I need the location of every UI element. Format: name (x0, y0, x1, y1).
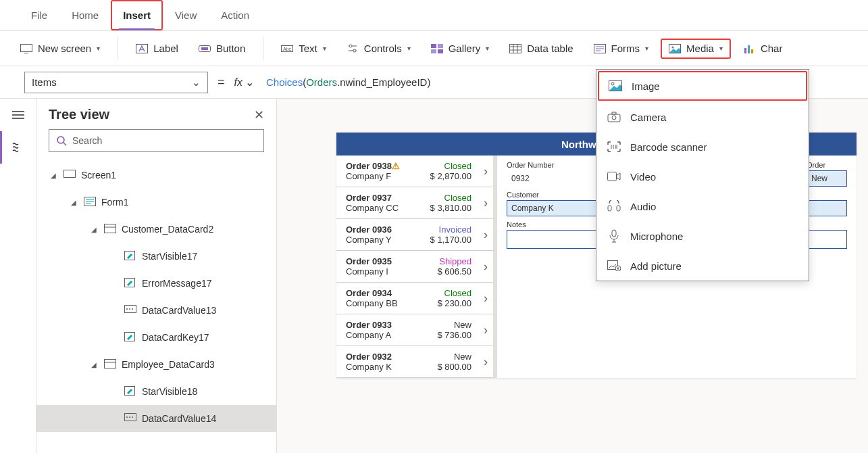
tree-node-label: ErrorMessage17 (142, 278, 212, 289)
new-screen-button[interactable]: New screen ▾ (12, 39, 108, 59)
tree-node-form1[interactable]: ◢Form1 (36, 189, 276, 216)
tree-node-employee_datacard3[interactable]: ◢Employee_DataCard3 (36, 351, 276, 378)
tree-node-errormessage17[interactable]: ErrorMessage17 (36, 270, 276, 297)
order-status-combo[interactable]: New (807, 170, 847, 187)
ribbon-separator (263, 37, 263, 60)
svg-line-33 (63, 143, 66, 145)
media-menu-microphone[interactable]: Microphone (596, 221, 809, 251)
media-menu-label: Audio (630, 201, 656, 212)
data-table-button[interactable]: Data table (501, 39, 581, 59)
svg-point-25 (672, 46, 674, 48)
tree-node-screen1[interactable]: ◢Screen1 (36, 162, 276, 189)
order-item[interactable]: Order 0935Company IShipped$ 606.50› (336, 251, 493, 283)
warning-icon: ⚠ (392, 161, 400, 171)
menu-file[interactable]: File (19, 0, 59, 30)
tree-node-customer_datacard2[interactable]: ◢Customer_DataCard2 (36, 216, 276, 243)
expand-icon[interactable]: ◢ (69, 199, 78, 206)
edit-icon (124, 332, 136, 343)
edit-icon (124, 278, 136, 289)
chart-icon (743, 43, 755, 55)
form-icon (84, 197, 96, 208)
tree-body: ◢Screen1◢Form1◢Customer_DataCard2StarVis… (36, 159, 276, 453)
tree-node-starvisible18[interactable]: StarVisible18 (36, 378, 276, 405)
edit-icon (124, 386, 136, 397)
expand-icon[interactable]: ◢ (49, 172, 58, 179)
button-button[interactable]: Button (190, 39, 253, 59)
media-menu-add-picture[interactable]: Add picture (596, 251, 809, 281)
order-status-label: Order (807, 161, 847, 169)
order-gallery[interactable]: Order 0938⚠Company FClosed$ 2,870.00›Ord… (336, 156, 493, 378)
edit-icon (124, 251, 136, 262)
chevron-right-icon: › (484, 228, 488, 242)
forms-icon (594, 43, 606, 55)
order-item[interactable]: Order 0938⚠Company FClosed$ 2,870.00› (336, 156, 493, 187)
fx-button[interactable]: fx⌄ (234, 76, 254, 89)
barcode-icon (607, 140, 621, 153)
controls-button[interactable]: Controls ▾ (338, 39, 419, 59)
svg-rect-66 (617, 206, 620, 211)
svg-rect-12 (438, 44, 443, 48)
svg-rect-39 (105, 224, 116, 233)
tree-node-datacardkey17[interactable]: DataCardKey17 (36, 324, 276, 351)
text-icon: Abc (281, 43, 293, 55)
menu-view[interactable]: View (163, 0, 209, 30)
tree-search[interactable]: Search (49, 129, 264, 152)
new-screen-label: New screen (38, 43, 91, 54)
order-item[interactable]: Order 0936Company YInvoiced$ 1,170.00› (336, 219, 493, 251)
svg-point-46 (132, 308, 133, 310)
input-icon (124, 305, 136, 316)
media-menu-image[interactable]: Image (598, 71, 807, 101)
svg-rect-11 (431, 44, 436, 48)
svg-point-44 (126, 308, 128, 310)
media-button[interactable]: Media ▾ (661, 39, 731, 59)
media-menu-label: Microphone (630, 231, 683, 242)
chevron-right-icon: › (484, 323, 488, 337)
order-item[interactable]: Order 0933Company ANew$ 736.00› (336, 314, 493, 346)
screen-icon (63, 170, 76, 181)
charts-button[interactable]: Char (735, 39, 791, 59)
menu-insert[interactable]: Insert (111, 0, 163, 30)
button-label: Button (216, 43, 245, 54)
card-icon (104, 359, 116, 370)
tree-node-datacardvalue14[interactable]: DataCardValue14 (36, 405, 276, 432)
svg-rect-14 (438, 49, 443, 53)
property-selector[interactable]: Items ⌄ (24, 72, 208, 93)
label-label: Label (153, 43, 178, 54)
forms-button[interactable]: Forms ▾ (586, 39, 657, 59)
svg-rect-65 (608, 206, 611, 211)
text-button[interactable]: Abc Text ▾ (273, 39, 334, 59)
svg-rect-13 (431, 49, 436, 53)
media-menu-video[interactable]: Video (596, 162, 809, 191)
svg-point-56 (611, 82, 614, 85)
media-menu-label: Video (630, 171, 656, 183)
order-item[interactable]: Order 0932Company KNew$ 800.00› (336, 346, 493, 378)
gallery-button[interactable]: Gallery ▾ (423, 39, 498, 59)
menu-home[interactable]: Home (59, 0, 111, 30)
media-menu-audio[interactable]: Audio (596, 191, 809, 221)
tree-node-label: DataCardValue13 (142, 305, 216, 316)
close-icon[interactable]: ✕ (254, 108, 264, 122)
media-menu-camera[interactable]: Camera (596, 102, 809, 132)
menu-action[interactable]: Action (209, 0, 261, 30)
order-item[interactable]: Order 0934Company BBClosed$ 230.00› (336, 283, 493, 314)
order-item[interactable]: Order 0937Company CCClosed$ 3,810.00› (336, 187, 493, 219)
tree-view-rail-button[interactable] (0, 131, 36, 164)
camera-icon (607, 110, 621, 124)
tree-node-datacardvalue13[interactable]: DataCardValue13 (36, 297, 276, 324)
expand-icon[interactable]: ◢ (89, 361, 99, 368)
label-button[interactable]: Label (128, 39, 186, 59)
svg-rect-48 (105, 360, 116, 368)
ribbon: New screen ▾ Label Button Abc Text ▾ Con… (0, 31, 868, 66)
card-icon (104, 224, 116, 235)
audio-icon (607, 199, 621, 213)
tree-node-label: Screen1 (81, 170, 116, 181)
expand-icon[interactable]: ◢ (89, 226, 99, 233)
media-menu-barcode-scanner[interactable]: Barcode scanner (596, 132, 809, 162)
svg-point-52 (126, 416, 128, 418)
property-value: Items (32, 76, 57, 88)
hamburger-button[interactable] (0, 99, 36, 131)
tree-node-starvisible17[interactable]: StarVisible17 (36, 243, 276, 270)
video-icon (607, 170, 621, 183)
chevron-right-icon: › (484, 291, 488, 306)
svg-rect-64 (608, 172, 617, 181)
